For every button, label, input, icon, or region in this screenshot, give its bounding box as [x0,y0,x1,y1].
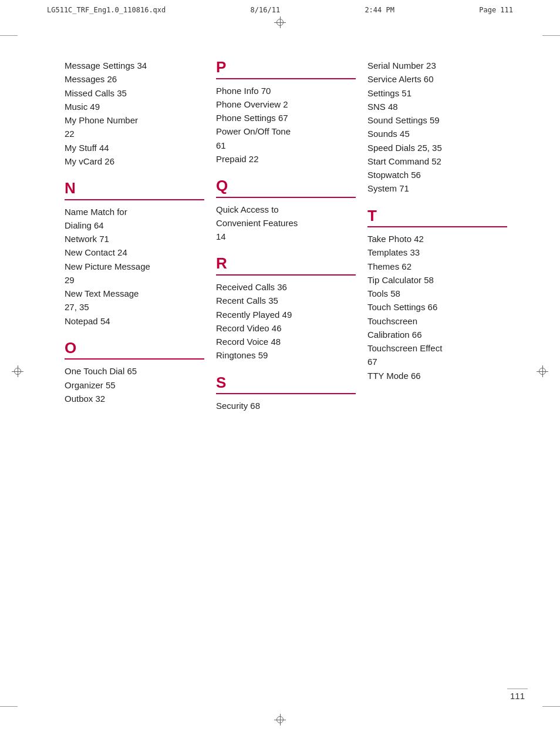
list-item: Outbox 32 [65,392,204,405]
trim-line [542,706,560,707]
divider-n [65,199,204,200]
section-o: O One Touch Dial 65 Organizer 55 Outbox … [65,340,204,405]
section-letter-n: N [65,180,204,197]
list-item: Templates 33 [367,246,507,259]
index-columns: Message Settings 34 Messages 26 Missed C… [59,59,513,424]
section-p: P Phone Info 70 Phone Overview 2 Phone S… [216,59,356,166]
list-item: SNS 48 [367,100,507,113]
list-item: Missed Calls 35 [65,86,204,100]
file-time: 2:44 PM [365,6,394,14]
filename: LG511C_TRF_Eng1.0_110816.qxd [47,6,166,14]
section-n: N Name Match forDialing 64 Network 71 Ne… [65,180,204,328]
n-items-list: Name Match forDialing 64 Network 71 New … [65,205,204,328]
list-item: One Touch Dial 65 [65,364,204,378]
s-items-list: Security 68 [216,399,356,412]
header-bar: LG511C_TRF_Eng1.0_110816.qxd 8/16/11 2:4… [47,6,513,14]
list-item: My Stuff 44 [65,141,204,155]
section-q: Q Quick Access toConvenient Features14 [216,177,356,243]
trim-line [542,35,560,36]
reg-mark-bottom [274,714,286,726]
list-item: Notepad 54 [65,314,204,328]
list-item: Recently Played 49 [216,308,356,321]
reg-mark-top [274,16,286,28]
section-s: S Security 68 [216,374,356,413]
list-item: Power On/Off Tone61 [216,125,356,152]
trim-line [0,35,18,36]
section-letter-s: S [216,374,356,391]
divider-s [216,393,356,394]
file-page: Page 111 [479,6,513,14]
list-item: Message Settings 34 [65,59,204,72]
list-item: New Contact 24 [65,246,204,259]
divider-o [65,358,204,360]
section-letter-o: O [65,340,204,357]
list-item: Messages 26 [65,72,204,86]
list-item: Phone Settings 67 [216,111,356,125]
file-date: 8/16/11 [251,6,281,14]
list-item: Quick Access toConvenient Features14 [216,203,356,244]
column-3: Serial Number 23 Service Alerts 60 Setti… [362,59,513,424]
list-item: My Phone Number22 [65,113,204,141]
column-2: P Phone Info 70 Phone Overview 2 Phone S… [210,59,362,424]
list-item: Themes 62 [367,260,507,273]
r-items-list: Received Calls 36 Recent Calls 35 Recent… [216,280,356,362]
list-item: Ringtones 59 [216,348,356,362]
list-item: Record Video 46 [216,321,356,335]
section-letter-t: T [367,207,507,224]
list-item: Network 71 [65,232,204,246]
q-items-list: Quick Access toConvenient Features14 [216,203,356,244]
t-items-list: Take Photo 42 Templates 33 Themes 62 Tip… [367,232,507,382]
list-item: TouchscreenCalibration 66 [367,314,507,342]
section-letter-q: Q [216,177,356,194]
p-items-list: Phone Info 70 Phone Overview 2 Phone Set… [216,84,356,166]
list-item: Sounds 45 [367,127,507,140]
list-item: New Picture Message29 [65,260,204,287]
section-letter-p: P [216,59,356,76]
section-r: R Received Calls 36 Recent Calls 35 Rece… [216,255,356,362]
list-item: Record Voice 48 [216,335,356,348]
list-item: Service Alerts 60 [367,72,507,86]
list-item: Phone Overview 2 [216,98,356,111]
divider-p [216,78,356,79]
list-item: My vCard 26 [65,155,204,168]
list-item: System 71 [367,182,507,195]
list-item: Serial Number 23 [367,59,507,72]
list-item: Security 68 [216,399,356,412]
section-letter-r: R [216,255,356,272]
list-item: Stopwatch 56 [367,168,507,182]
list-item: Tip Calculator 58 [367,273,507,287]
list-item: Touchscreen Effect67 [367,341,507,369]
list-item: Phone Info 70 [216,84,356,98]
trim-line [0,706,18,707]
list-item: Sound Settings 59 [367,113,507,127]
list-item: Settings 51 [367,86,507,100]
section-s-continuation: Serial Number 23 Service Alerts 60 Setti… [367,59,507,196]
column-1: Message Settings 34 Messages 26 Missed C… [59,59,210,424]
reg-mark-right [537,365,548,377]
main-content: Message Settings 34 Messages 26 Missed C… [59,59,513,683]
section-t: T Take Photo 42 Templates 33 Themes 62 T… [367,207,507,382]
list-item: Take Photo 42 [367,232,507,246]
list-item: Speed Dials 25, 35 [367,141,507,155]
page-number: 111 [510,691,525,701]
list-item: Name Match forDialing 64 [65,205,204,233]
divider-q [216,197,356,198]
s-cont-items-list: Serial Number 23 Service Alerts 60 Setti… [367,59,507,196]
divider-t [367,226,507,227]
list-item: New Text Message27, 35 [65,287,204,314]
m-items-list: Message Settings 34 Messages 26 Missed C… [65,59,204,168]
page-rule [507,689,528,689]
list-item: Start Command 52 [367,155,507,168]
list-item: Music 49 [65,100,204,113]
list-item: Organizer 55 [65,378,204,392]
section-m-continuation: Message Settings 34 Messages 26 Missed C… [65,59,204,168]
o-items-list: One Touch Dial 65 Organizer 55 Outbox 32 [65,364,204,405]
list-item: TTY Mode 66 [367,369,507,382]
list-item: Tools 58 [367,287,507,300]
list-item: Received Calls 36 [216,280,356,294]
list-item: Prepaid 22 [216,152,356,166]
list-item: Recent Calls 35 [216,294,356,307]
divider-r [216,274,356,276]
list-item: Touch Settings 66 [367,300,507,314]
reg-mark-left [12,365,23,377]
